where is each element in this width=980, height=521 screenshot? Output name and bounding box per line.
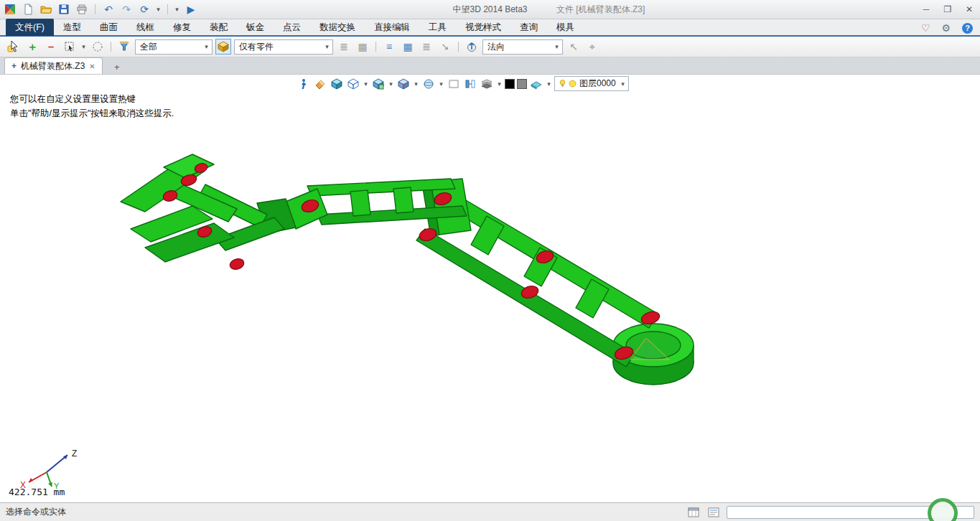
document-tab-label: 机械臂装配体.Z3 bbox=[21, 60, 85, 72]
ground-dropdown-icon[interactable]: ▾ bbox=[546, 80, 552, 88]
selection-toolbar: ＋ － ▾ 全部 ▾ 仅有零件 ▾ ≣ ▦ ≡ ▦ ≣ ➘ 法向 ▾ ↖ ⌖ bbox=[0, 37, 980, 57]
ground-plane-icon[interactable] bbox=[529, 77, 543, 91]
settings-gear-icon[interactable]: ⚙ bbox=[941, 22, 951, 34]
section-dropdown-icon[interactable]: ▾ bbox=[388, 80, 394, 88]
lasso-select-icon[interactable] bbox=[90, 39, 106, 55]
robot-arm-model[interactable] bbox=[0, 75, 980, 502]
regen-icon[interactable]: ⟳ bbox=[137, 2, 151, 17]
pick-face-icon[interactable]: ⌖ bbox=[584, 39, 600, 55]
graphics-canvas[interactable]: ▾ ▾ ▾ ▾ ▾ ▾ bbox=[0, 75, 980, 502]
related-list-icon[interactable]: ▦ bbox=[400, 39, 416, 55]
divider bbox=[95, 4, 95, 14]
tab-surface[interactable]: 曲面 bbox=[90, 19, 127, 36]
redo-icon[interactable]: ↷ bbox=[119, 2, 134, 17]
filter-all-combo[interactable]: 全部 ▾ bbox=[135, 39, 213, 55]
spin-view-icon[interactable] bbox=[297, 77, 311, 91]
wireframe-display-icon[interactable] bbox=[346, 77, 360, 91]
pick-result-icon[interactable]: ➘ bbox=[437, 39, 453, 55]
tab-pointcloud[interactable]: 点云 bbox=[274, 19, 310, 36]
entity-info-icon[interactable] bbox=[686, 505, 701, 520]
print-icon[interactable] bbox=[75, 2, 89, 17]
ribbon-tab-bar: 文件(F) 造型 曲面 线框 修复 装配 钣金 点云 数据交换 直接编辑 工具 … bbox=[0, 19, 980, 37]
pick-box-dropdown-icon[interactable]: ▾ bbox=[80, 43, 87, 50]
filter-all-value: 全部 bbox=[138, 41, 203, 53]
section-view-icon[interactable] bbox=[371, 77, 386, 91]
chevron-down-icon[interactable]: ▾ bbox=[324, 43, 330, 50]
tab-shape[interactable]: 造型 bbox=[54, 19, 90, 36]
ribbon-right-icons: ♡ ⚙ ? bbox=[921, 19, 973, 37]
document-title: 文件 [机械臂装配体.Z3] bbox=[556, 4, 645, 16]
clear-highlight-icon[interactable] bbox=[313, 77, 327, 91]
layer-combo[interactable]: 图层0000 ▾ bbox=[554, 76, 629, 91]
tab-direct-edit[interactable]: 直接编辑 bbox=[365, 19, 419, 36]
document-tab[interactable]: + 机械臂装配体.Z3 ✕ bbox=[4, 57, 103, 74]
tab-wireframe[interactable]: 线框 bbox=[127, 19, 164, 36]
minimize-button[interactable]: ─ bbox=[915, 0, 937, 19]
appearance-layers-icon[interactable] bbox=[480, 77, 494, 91]
normal-combo[interactable]: 法向 ▾ bbox=[482, 39, 563, 55]
black-color-swatch[interactable] bbox=[505, 79, 515, 89]
iso-view-icon[interactable] bbox=[396, 77, 411, 91]
regen-dropdown-icon[interactable]: ▾ bbox=[155, 6, 162, 13]
tab-assembly[interactable]: 装配 bbox=[200, 19, 237, 36]
scope-combo[interactable]: 仅有零件 ▾ bbox=[234, 39, 333, 55]
select-cursor-icon[interactable] bbox=[6, 39, 22, 55]
chevron-down-icon[interactable]: ▾ bbox=[203, 43, 210, 50]
tab-inquire[interactable]: 查询 bbox=[510, 19, 547, 36]
hint-line-1: 您可以在自定义设置里设置热键 bbox=[10, 92, 174, 106]
layer-value: 图层0000 bbox=[577, 78, 620, 90]
tab-tools[interactable]: 工具 bbox=[419, 19, 456, 36]
save-icon[interactable] bbox=[57, 2, 71, 17]
filter-list-icon[interactable]: ≡ bbox=[381, 39, 397, 55]
add-selection-icon[interactable]: ＋ bbox=[24, 39, 40, 55]
output-window-icon[interactable] bbox=[706, 505, 721, 520]
tab-data-exchange[interactable]: 数据交换 bbox=[310, 19, 365, 36]
normal-value: 法向 bbox=[485, 41, 554, 53]
titlebar: ↶ ↷ ⟳ ▾ ▾ ▶ 中望3D 2014 Beta3 文件 [机械臂装配体.Z… bbox=[0, 0, 980, 19]
document-tab-bar: + 机械臂装配体.Z3 ✕ + bbox=[0, 57, 980, 75]
measurement-readout: 422.751 mm bbox=[9, 487, 65, 497]
tab-mold[interactable]: 模具 bbox=[547, 19, 584, 36]
remove-selection-icon[interactable]: － bbox=[43, 39, 59, 55]
maximize-button[interactable]: ❐ bbox=[937, 0, 958, 19]
close-button[interactable]: ✕ bbox=[958, 0, 980, 19]
play-macro-icon[interactable]: ▶ bbox=[184, 2, 198, 17]
selection-filter-icon[interactable] bbox=[116, 39, 132, 55]
tab-file[interactable]: 文件(F) bbox=[6, 19, 54, 36]
view-dropdown-icon[interactable]: ▾ bbox=[413, 80, 419, 88]
perspective-icon[interactable] bbox=[421, 77, 436, 91]
normal-direction-icon[interactable] bbox=[464, 39, 480, 55]
customize-qat-icon[interactable]: ▾ bbox=[174, 6, 180, 13]
appearance-dropdown-icon[interactable]: ▾ bbox=[496, 80, 503, 88]
new-tab-button[interactable]: + bbox=[108, 60, 126, 74]
open-file-icon[interactable] bbox=[39, 2, 53, 17]
divider bbox=[458, 42, 459, 52]
undo-icon[interactable]: ↶ bbox=[101, 2, 116, 17]
plane-display-icon[interactable] bbox=[447, 77, 461, 91]
new-file-icon[interactable] bbox=[21, 2, 35, 17]
tab-close-icon[interactable]: ✕ bbox=[89, 62, 95, 70]
display-mode-dropdown-icon[interactable]: ▾ bbox=[363, 80, 369, 88]
pick-last-icon[interactable]: ▦ bbox=[355, 39, 370, 55]
pick-box-icon[interactable] bbox=[62, 39, 78, 55]
divider bbox=[167, 4, 168, 14]
status-bar: 选择命令或实体 bbox=[0, 502, 980, 521]
shaded-display-icon[interactable] bbox=[330, 77, 344, 91]
part-only-toggle[interactable] bbox=[215, 39, 231, 55]
help-icon[interactable]: ? bbox=[962, 23, 973, 34]
hint-line-2: 单击"帮助/显示提示"按钮来取消这些提示. bbox=[10, 106, 174, 121]
tab-repair[interactable]: 修复 bbox=[164, 19, 200, 36]
layer-dropdown-icon[interactable]: ▾ bbox=[620, 80, 626, 88]
favorite-icon[interactable]: ♡ bbox=[921, 22, 930, 34]
chevron-down-icon[interactable]: ▾ bbox=[554, 43, 560, 50]
window-controls: ─ ❐ ✕ bbox=[915, 0, 980, 19]
tab-visual-style[interactable]: 视觉样式 bbox=[456, 19, 510, 36]
tab-sheetmetal[interactable]: 钣金 bbox=[237, 19, 274, 36]
gray-color-swatch[interactable] bbox=[517, 79, 527, 89]
pick-normal-icon[interactable]: ↖ bbox=[566, 39, 582, 55]
perspective-dropdown-icon[interactable]: ▾ bbox=[438, 80, 444, 88]
quick-access-toolbar: ↶ ↷ ⟳ ▾ ▾ ▶ bbox=[0, 2, 198, 17]
pick-list-icon[interactable]: ≣ bbox=[336, 39, 352, 55]
half-section-icon[interactable] bbox=[463, 77, 477, 91]
history-list-icon[interactable]: ≣ bbox=[419, 39, 434, 55]
